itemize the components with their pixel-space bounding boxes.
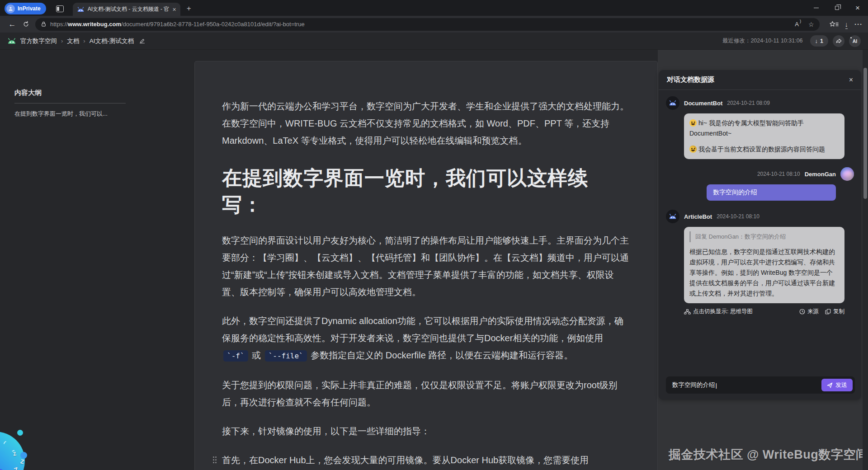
message-author: ArticleBot [684, 213, 712, 220]
planet-bump [17, 430, 23, 436]
grinning-face-emoji-icon [689, 119, 697, 127]
browser-titlebar: InPrivate AI文档-测试文档 - 云文档频道 - 官 × + × [0, 0, 868, 16]
chat-panel-title: 对话文档数据源 [667, 75, 714, 84]
doc-paragraph[interactable]: 作为新一代的云端办公和学习平台，数字空间为广大开发者、学生和企业提供了强大的文档… [222, 98, 630, 149]
url-scheme: https:// [50, 21, 68, 28]
articlebot-avatar [666, 210, 679, 223]
breadcrumb-space[interactable]: 官方数字空间 [20, 37, 57, 45]
chat-data-source-panel: 对话文档数据源 × DocumentBot 2024-10-21 08:09 h… [659, 70, 861, 400]
back-button[interactable]: ← [5, 20, 19, 29]
ai-label: AI [853, 38, 858, 44]
share-button[interactable] [833, 35, 844, 47]
message-author: DocumentBot [684, 100, 722, 107]
message-time: 2024-10-21 08:09 [727, 100, 770, 106]
robot-avatar-icon [669, 213, 677, 220]
url-path: /document/9791a6b2-8778-11ef-950a-0242c0… [121, 21, 305, 28]
outline-divider [14, 103, 126, 103]
app-header: 官方数字空间 › 文档 › AI文档-测试文档 最近修改：2024-10-11 … [0, 33, 868, 50]
message-author: DemonGan [805, 171, 836, 178]
message-bubble: hi~ 我是你的专属大模型智能问答助手DocumentBot~ 我会基于当前文档… [684, 113, 844, 159]
read-aloud-icon[interactable]: A [795, 21, 801, 28]
new-tab-button[interactable]: + [187, 5, 191, 12]
tab-favicon-robot-icon [77, 6, 85, 13]
chat-message-documentbot: DocumentBot 2024-10-21 08:09 hi~ 我是你的专属大… [666, 96, 854, 159]
address-bar[interactable]: https://www.writebug.com/document/9791a6… [35, 18, 820, 31]
breadcrumb-docs[interactable]: 文档 [67, 37, 79, 45]
doc-paragraph[interactable]: 首先，在Docker Hub上，您会发现大量的可用镜像。要从Docker Hub… [222, 451, 630, 470]
browser-toolbar: ← https://www.writebug.com/document/9791… [0, 16, 868, 33]
lock-icon [41, 21, 47, 27]
window-minimize-button[interactable] [806, 0, 826, 16]
block-drag-handle-icon[interactable] [213, 456, 214, 458]
inline-code-f-flag: `-f` [223, 350, 248, 362]
ai-assistant-button[interactable]: AI [849, 35, 861, 47]
inline-code-file-flag: `--file` [265, 350, 307, 362]
watermark-text: 掘金技术社区 @ WriteBug数字空间 [669, 446, 868, 463]
breadcrumb-doc-title: AI文档-测试文档 [90, 37, 134, 45]
settings-more-icon[interactable]: ··· [854, 20, 863, 28]
page-content: 内容大纲 在提到数字界面一览时，我们可以... 作为新一代的云端办公和学习平台，… [0, 50, 868, 470]
reply-quote: 回复 DemonGan：数字空间的介绍 [689, 231, 839, 242]
copy-button[interactable]: 复制 [825, 308, 844, 315]
demongan-avatar [840, 167, 854, 181]
sitemap-icon [684, 309, 691, 315]
source-button[interactable]: 来源 [799, 308, 819, 315]
favorite-star-icon[interactable]: ☆ [808, 21, 814, 28]
last-modified-text: 最近修改：2024-10-11 10:31:06 [722, 37, 803, 45]
message-time: 2024-10-21 08:10 [717, 213, 760, 220]
document-editor[interactable]: 作为新一代的云端办公和学习平台，数字空间为广大开发者、学生和企业提供了强大的文档… [194, 61, 658, 470]
download-arrow-icon: ↓ [815, 38, 818, 44]
message-body: 根据已知信息，数字空间是指通过互联网技术构建的虚拟环境，用户可以在其中进行文档编… [689, 247, 839, 299]
breadcrumb: 官方数字空间 › 文档 › AI文档-测试文档 [7, 37, 146, 45]
chevron-right-icon: › [61, 38, 63, 44]
chat-message-articlebot: ArticleBot 2024-10-21 08:10 回复 DemonGan：… [666, 210, 854, 315]
download-count-button[interactable]: ↓ 1 [810, 35, 828, 47]
doc-paragraph[interactable]: 此外，数字空间还提供了Dynamic allocation功能，它可以根据用户的… [222, 312, 630, 365]
inprivate-badge[interactable]: InPrivate [5, 3, 46, 14]
doc-paragraph[interactable]: 关于您提到的权限问题，实际上并非真正的难题，仅仅是权限设置不足。将账户权限更改为… [222, 376, 630, 411]
url-domain: www.writebug.com [68, 21, 121, 28]
rename-pencil-icon[interactable] [139, 38, 146, 44]
profile-avatar-icon [6, 5, 15, 13]
page-scrollbar[interactable] [863, 50, 868, 470]
share-arrow-icon [835, 38, 842, 44]
text-caret: | [716, 382, 717, 389]
outline-title: 内容大纲 [14, 89, 194, 97]
send-button[interactable]: 发送 [821, 379, 853, 391]
monocle-face-emoji-icon [689, 146, 697, 153]
scrollbar-thumb[interactable] [863, 68, 867, 199]
message-actions: 点击切换显示: 思维导图 来源 复制 [684, 308, 844, 315]
tab-title: AI文档-测试文档 - 云文档频道 - 官 [88, 5, 170, 13]
right-column: 对话文档数据源 × DocumentBot 2024-10-21 08:09 h… [658, 50, 863, 470]
url-text: https://www.writebug.com/document/9791a6… [50, 21, 795, 28]
outline-item[interactable]: 在提到数字界面一览时，我们可以... [14, 110, 127, 118]
window-restore-button[interactable] [826, 0, 847, 16]
chat-message-demongan: 2024-10-21 08:10 DemonGan 数字空间的介绍 [666, 167, 854, 210]
browser-tab-active[interactable]: AI文档-测试文档 - 云文档频道 - 官 × [73, 3, 180, 16]
robot-avatar-icon [669, 100, 677, 106]
tab-close-icon[interactable]: × [173, 6, 176, 13]
chat-input[interactable]: 数字空间的介绍| 发送 [666, 376, 855, 394]
documentbot-avatar [666, 96, 679, 110]
outline-sidebar: 内容大纲 在提到数字界面一览时，我们可以... [0, 50, 194, 118]
downloads-icon[interactable]: ↓ [845, 20, 849, 28]
workspaces-icon[interactable] [56, 5, 64, 12]
toggle-mindmap-button[interactable]: 点击切换显示: 思维导图 [684, 308, 753, 315]
chat-panel-close-icon[interactable]: × [849, 76, 853, 84]
message-bubble: 数字空间的介绍 [707, 184, 836, 201]
message-bubble: 回复 DemonGan：数字空间的介绍 根据已知信息，数字空间是指通过互联网技术… [684, 227, 844, 303]
download-count: 1 [820, 38, 823, 44]
paper-plane-icon [827, 382, 833, 388]
doc-paragraph[interactable]: 数字空间的界面设计以用户友好为核心，简洁明了的操作布局让用户能够快速上手。主界面… [222, 232, 630, 301]
doc-heading[interactable]: 在提到数字界面一览时，我们可以这样续写： [222, 164, 611, 218]
doc-paragraph[interactable]: 接下来，针对镜像的使用，以下是一些详细的指导： [222, 423, 630, 440]
chat-input-value: 数字空间的介绍 [672, 381, 715, 389]
inprivate-label: InPrivate [18, 5, 41, 12]
chat-panel-header: 对话文档数据源 × [659, 70, 861, 90]
copy-icon [825, 309, 831, 315]
message-time: 2024-10-21 08:10 [757, 171, 800, 177]
chevron-right-icon: › [83, 38, 85, 44]
refresh-button[interactable] [19, 21, 33, 28]
favorites-hub-icon[interactable] [830, 21, 839, 28]
window-close-button[interactable]: × [847, 0, 868, 16]
